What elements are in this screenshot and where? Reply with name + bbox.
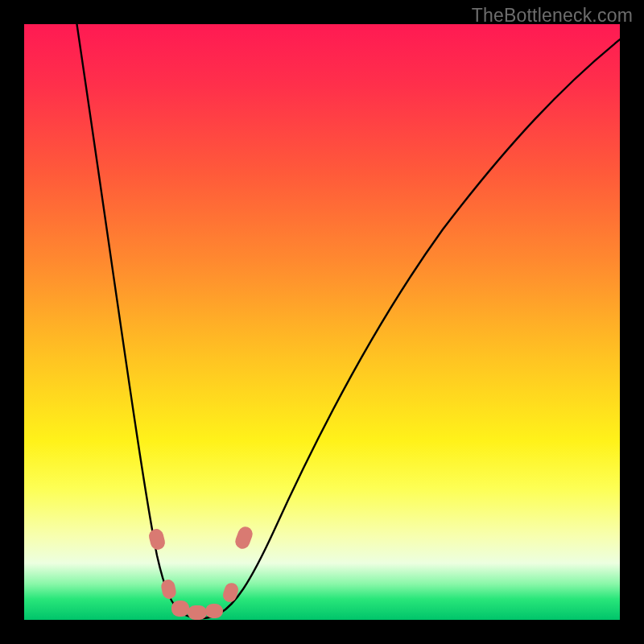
chart-frame: TheBottleneck.com	[0, 0, 644, 644]
background-gradient	[24, 24, 620, 620]
svg-rect-0	[24, 24, 620, 620]
watermark-text: TheBottleneck.com	[472, 5, 633, 27]
plot-area	[24, 24, 620, 620]
